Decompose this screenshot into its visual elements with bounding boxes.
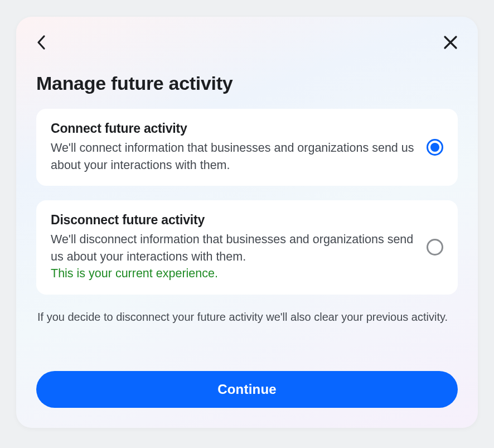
option-connect[interactable]: Connect future activity We'll connect in… (36, 109, 458, 186)
option-title: Disconnect future activity (51, 213, 416, 228)
current-experience-tag: This is your current experience. (51, 265, 416, 282)
back-icon[interactable] (36, 35, 46, 50)
continue-button[interactable]: Continue (36, 371, 458, 408)
option-title: Connect future activity (51, 121, 416, 136)
radio-connect[interactable] (427, 139, 443, 156)
page-title: Manage future activity (36, 73, 458, 94)
option-disconnect[interactable]: Disconnect future activity We'll disconn… (36, 200, 458, 295)
option-text: Disconnect future activity We'll disconn… (51, 213, 416, 282)
option-description: We'll connect information that businesse… (51, 139, 416, 174)
footer-note: If you decide to disconnect your future … (36, 309, 458, 325)
close-icon[interactable] (443, 35, 458, 50)
option-description: We'll disconnect information that busine… (51, 231, 416, 265)
modal-header (36, 32, 458, 52)
radio-inner (430, 143, 439, 152)
radio-disconnect[interactable] (427, 239, 443, 256)
option-text: Connect future activity We'll connect in… (51, 121, 416, 174)
radio-outer (427, 239, 443, 256)
manage-activity-modal: Manage future activity Connect future ac… (16, 17, 478, 428)
